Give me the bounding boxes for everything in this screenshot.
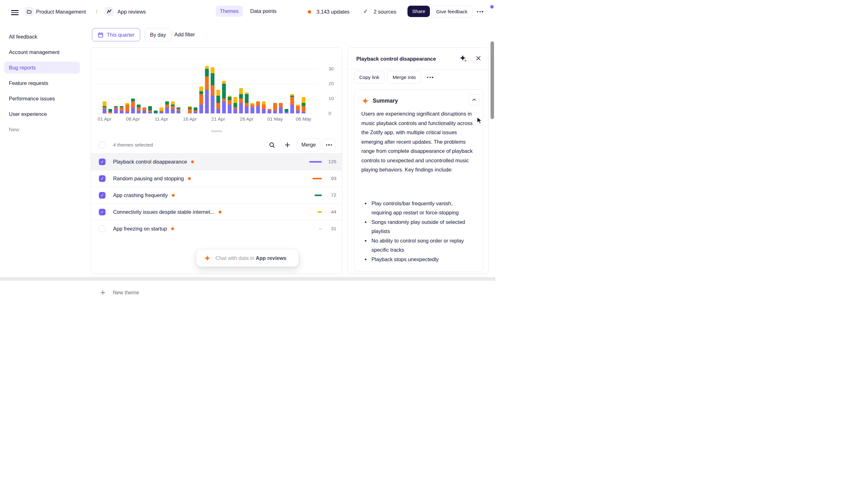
bar-segment (250, 107, 254, 113)
sidebar-item-all-feedback[interactable]: All feedback (4, 31, 80, 43)
selected-count-label: 4 themes selected (113, 142, 268, 148)
theme-name: Random pausing and stopping (113, 176, 184, 181)
chart-bar-28-apr[interactable] (256, 101, 260, 113)
merge-button[interactable]: Merge (297, 139, 320, 151)
chart-bar-03-apr[interactable] (114, 106, 118, 113)
chart-bar-10-apr[interactable] (154, 110, 158, 113)
chart-bar-29-apr[interactable] (262, 101, 266, 113)
theme-row-3[interactable]: ✓App crashing frequently72 (91, 187, 342, 203)
chart-bar-04-apr[interactable] (120, 106, 123, 113)
window-bottom-edge (0, 277, 495, 281)
chart-bar-14-apr[interactable] (176, 107, 180, 113)
bar-segment (245, 94, 248, 103)
give-feedback-button[interactable]: Give feedback (431, 6, 473, 18)
chart-bar-08-apr[interactable] (142, 107, 146, 113)
sidebar-item-account-management[interactable]: Account management (4, 46, 80, 58)
bar-segment (131, 99, 135, 101)
bar-segment (279, 103, 283, 107)
sidebar-item-feature-requests[interactable]: Feature requests (4, 77, 80, 89)
merge-into-button[interactable]: Merge into (387, 71, 421, 84)
chart-bar-01-apr[interactable] (103, 101, 106, 113)
theme-row-5[interactable]: App freezing on startup31 (91, 220, 342, 237)
tab-data-points[interactable]: Data points (246, 6, 281, 17)
report-chip[interactable] (104, 7, 114, 16)
updates-count[interactable]: 3,143 updates (316, 9, 349, 15)
theme-more-button[interactable] (322, 139, 335, 151)
chart-bar-02-apr[interactable] (108, 109, 112, 113)
chart-bar-03-may[interactable] (285, 109, 288, 113)
ellipsis-icon (326, 144, 332, 146)
theme-row-1[interactable]: ✓Playback control disappearance125 (91, 153, 342, 170)
bar-segment (137, 107, 141, 110)
chart-bar-11-apr[interactable] (160, 107, 163, 113)
theme-checkbox[interactable]: ✓ (99, 175, 105, 182)
bar-segment (131, 107, 135, 113)
chart-bar-18-apr[interactable] (199, 87, 203, 113)
chart-bar-07-apr[interactable] (137, 104, 141, 113)
add-filter-button[interactable]: Add filter (174, 31, 195, 38)
sidebar-item-new[interactable]: New (4, 123, 80, 136)
granularity-filter[interactable]: By day (144, 28, 171, 41)
chart-resize-handle[interactable] (211, 130, 222, 132)
chart-bar-17-apr[interactable] (194, 107, 197, 113)
mouse-cursor (476, 117, 483, 124)
chart-bar-01-may[interactable] (273, 103, 277, 113)
chart-bar-16-apr[interactable] (188, 106, 192, 113)
chart-bar-04-may[interactable] (290, 94, 294, 113)
bar-segment (285, 112, 288, 113)
theme-checkbox[interactable]: ✓ (99, 158, 105, 165)
chart-bar-23-apr[interactable] (228, 96, 232, 113)
breadcrumb-page[interactable]: App reviews (118, 9, 146, 15)
sidebar-item-performance-issues[interactable]: Performance issues (4, 93, 80, 104)
chart-bar-06-may[interactable] (302, 97, 306, 113)
select-all-checkbox[interactable] (99, 142, 105, 148)
chart-bar-25-apr[interactable] (239, 88, 243, 113)
bar-segment (222, 99, 226, 101)
collapse-summary-button[interactable] (468, 94, 480, 105)
share-button[interactable]: Share (408, 6, 430, 17)
close-icon[interactable] (475, 55, 481, 61)
bar-segment (296, 106, 300, 110)
ai-sparkle-icon[interactable] (459, 54, 467, 63)
theme-detail-panel: Playback control disappearance Copy link… (347, 47, 489, 274)
theme-checkbox[interactable] (99, 225, 105, 232)
tab-themes[interactable]: Themes (216, 6, 243, 17)
folder-chip[interactable] (25, 7, 34, 16)
breadcrumb-folder[interactable]: Product Management (36, 9, 86, 15)
theme-count: 72 (322, 192, 336, 198)
chart-bar-24-apr[interactable] (234, 97, 237, 113)
theme-row-4[interactable]: ✓Connectivity issues despite stable inte… (91, 203, 342, 220)
chart-bar-06-apr[interactable] (131, 99, 135, 113)
menu-icon[interactable] (11, 9, 19, 17)
scrollbar-thumb[interactable] (490, 41, 494, 119)
chart-bar-12-apr[interactable] (165, 101, 169, 113)
chart-bar-30-apr[interactable] (268, 109, 271, 113)
chart-bar-26-apr[interactable] (245, 93, 248, 113)
chart-bar-05-apr[interactable] (125, 103, 129, 113)
chart-bar-22-apr[interactable] (222, 81, 226, 113)
chart-bar-19-apr[interactable] (205, 66, 209, 113)
theme-checkbox[interactable]: ✓ (99, 192, 105, 199)
sidebar-item-user-experience[interactable]: User experience (4, 108, 80, 120)
sidebar-item-bug-reports[interactable]: Bug reports (4, 62, 80, 74)
chat-with-data-button[interactable]: Chat with data in App reviews (196, 249, 299, 267)
theme-checkbox[interactable]: ✓ (99, 209, 105, 215)
chart-bar-20-apr[interactable] (211, 67, 215, 113)
sources-count[interactable]: 2 sources (374, 9, 396, 15)
copy-link-button[interactable]: Copy link (354, 71, 384, 84)
theme-row-2[interactable]: ✓Random pausing and stopping93 (91, 170, 342, 187)
chart-bar-05-may[interactable] (296, 104, 300, 113)
more-options-icon[interactable] (477, 11, 483, 12)
add-theme-icon[interactable] (284, 142, 291, 148)
chart-bar-09-apr[interactable] (148, 106, 152, 113)
bar-segment (131, 101, 135, 107)
bar-segment (205, 66, 209, 69)
bar-segment (296, 110, 300, 113)
search-icon[interactable] (268, 142, 275, 148)
chart-bar-21-apr[interactable] (216, 90, 220, 113)
panel-more-icon[interactable] (427, 77, 433, 78)
chart-bar-13-apr[interactable] (171, 101, 175, 113)
chart-bar-27-apr[interactable] (250, 103, 254, 113)
chart-bar-02-may[interactable] (279, 103, 283, 113)
date-range-filter[interactable]: This quarter (92, 28, 140, 41)
